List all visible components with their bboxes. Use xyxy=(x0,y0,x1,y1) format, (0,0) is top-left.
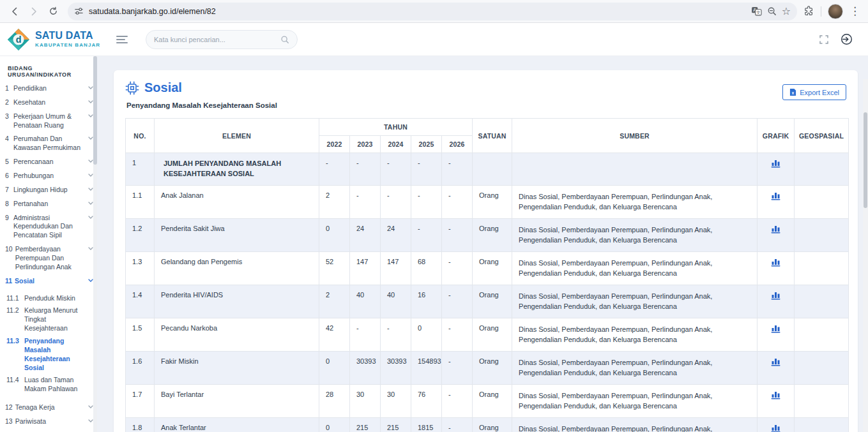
sidebar-item-3[interactable]: 3Pekerjaan Umum & Penataan Ruang xyxy=(0,110,97,133)
sidebar-item-13[interactable]: 13Pariwisata xyxy=(0,415,97,429)
sidebar-item-2[interactable]: 2Kesehatan xyxy=(0,96,97,110)
cell-year-2024[interactable]: 30 xyxy=(381,384,411,417)
fullscreen-icon[interactable] xyxy=(819,34,829,45)
logo-title: SATU DATA xyxy=(35,31,100,41)
sidebar-item-4[interactable]: 4Perumahan Dan Kawasan Permukiman xyxy=(0,132,97,155)
cell-year-2023[interactable]: 147 xyxy=(350,251,381,285)
sidebar-item-number: 7 xyxy=(5,186,11,195)
table-row-1.3: 1.3Gelandang dan Pengemis5214714768-Oran… xyxy=(126,251,849,285)
sidebar-item-6[interactable]: 6Perhubungan xyxy=(0,169,97,183)
cell-no: 1.1 xyxy=(126,185,155,218)
cell-satuan: Orang xyxy=(473,318,512,351)
sidebar-item-14[interactable]: 14Kepemudaan & Olahraga xyxy=(0,429,97,432)
cell-year-2024[interactable]: 40 xyxy=(381,285,411,318)
cell-year-2022: 28 xyxy=(319,384,350,417)
profile-avatar[interactable] xyxy=(828,4,843,19)
browser-forward-button[interactable] xyxy=(26,3,42,20)
search-icon[interactable] xyxy=(280,35,289,44)
sidebar-subitem-11.4[interactable]: 11.4Luas dan Taman Makam Pahlawan xyxy=(0,374,97,396)
cell-year-2025[interactable]: 16 xyxy=(411,285,442,318)
cell-year-2023[interactable]: 30393 xyxy=(350,351,381,384)
cell-year-2022: - xyxy=(319,153,350,186)
cell-year-2025[interactable]: 76 xyxy=(411,384,442,417)
grafik-button[interactable] xyxy=(758,318,795,351)
grafik-button[interactable] xyxy=(758,251,795,285)
cell-year-2024[interactable]: - xyxy=(381,185,411,218)
sidebar-item-label: Lingkungan Hidup xyxy=(13,186,68,195)
cell-year-2024[interactable]: 24 xyxy=(381,218,411,251)
chevron-down-icon xyxy=(88,405,93,408)
bar-chart-icon xyxy=(771,357,780,366)
grafik-button[interactable] xyxy=(758,218,795,251)
cell-year-2024[interactable]: 147 xyxy=(381,251,411,285)
sidebar-item-8[interactable]: 8Pertanahan xyxy=(0,197,97,211)
sidebar-subitem-11.3[interactable]: 11.3Penyandang Masalah Kesejahteraan Sos… xyxy=(0,335,97,374)
cell-elemen: Anak Jalanan xyxy=(155,185,319,218)
grafik-button[interactable] xyxy=(758,153,795,186)
sidebar-toggle-hamburger-icon[interactable] xyxy=(116,36,128,43)
cell-no: 1.8 xyxy=(126,417,155,432)
grafik-button[interactable] xyxy=(758,417,795,432)
search-bar[interactable] xyxy=(146,30,298,49)
cell-year-2023: - xyxy=(350,153,381,186)
cell-year-2023[interactable]: 24 xyxy=(350,218,381,251)
year-header-2022: 2022 xyxy=(319,136,350,153)
sidebar-item-9[interactable]: 9Administrasi Kependudukan Dan Pencatata… xyxy=(0,211,97,243)
table-row-1.1: 1.1Anak Jalanan2----OrangDinas Sosial, P… xyxy=(126,185,849,218)
cell-year-2025[interactable]: 154893 xyxy=(411,351,442,384)
sidebar-item-11[interactable]: 11Sosial xyxy=(0,274,97,288)
cell-elemen: Penderita Sakit Jiwa xyxy=(155,218,319,251)
cell-year-2025[interactable]: 1815 xyxy=(411,417,442,432)
cell-year-2024[interactable]: - xyxy=(381,318,411,351)
translate-icon[interactable]: A文 xyxy=(751,6,762,16)
chevron-down-icon xyxy=(88,419,93,422)
bookmark-star-icon[interactable]: ☆ xyxy=(782,6,791,17)
site-logo[interactable]: d SATU DATA KABUPATEN BANJAR xyxy=(0,27,102,52)
cell-year-2022: 0 xyxy=(319,218,350,251)
chevron-down-icon xyxy=(88,202,93,205)
zoom-out-icon[interactable] xyxy=(767,6,777,16)
site-info-tune-icon[interactable] xyxy=(74,6,84,16)
cell-year-2026: - xyxy=(442,384,473,417)
sidebar-item-12[interactable]: 12Tenaga Kerja xyxy=(0,401,97,415)
cell-year-2024[interactable]: 30393 xyxy=(381,351,411,384)
sidebar-item-7[interactable]: 7Lingkungan Hidup xyxy=(0,183,97,197)
cell-year-2023[interactable]: - xyxy=(350,318,381,351)
logo-subtitle: KABUPATEN BANJAR xyxy=(35,42,100,48)
cell-elemen: Anak Terlantar xyxy=(155,417,319,432)
cell-year-2024[interactable]: 215 xyxy=(381,417,411,432)
page-scrollbar[interactable] xyxy=(863,79,868,432)
sidebar-item-10[interactable]: 10Pemberdayaan Perempuan Dan Perlindunga… xyxy=(0,242,97,274)
sidebar-subitem-11.1[interactable]: 11.1Penduduk Miskin xyxy=(0,292,97,305)
cell-year-2025[interactable]: - xyxy=(411,185,442,218)
cell-year-2023[interactable]: 40 xyxy=(350,285,381,318)
extensions-puzzle-icon[interactable] xyxy=(803,6,814,17)
browser-reload-button[interactable] xyxy=(45,3,61,20)
cell-year-2022: 2 xyxy=(319,185,350,218)
url-text[interactable]: satudata.banjarkab.go.id/elemen/82 xyxy=(89,7,746,16)
cell-sumber: Dinas Sosial, Pemberdayaan Perempuan, Pe… xyxy=(512,218,758,251)
search-input[interactable] xyxy=(154,36,280,43)
browser-back-button[interactable] xyxy=(6,3,23,20)
address-bar[interactable]: satudata.banjarkab.go.id/elemen/82 A文 ☆ xyxy=(68,3,797,20)
grafik-button[interactable] xyxy=(758,185,795,218)
grafik-button[interactable] xyxy=(758,351,795,384)
grafik-button[interactable] xyxy=(758,285,795,318)
table-row-1.5: 1.5Pecandu Narkoba42--0-OrangDinas Sosia… xyxy=(126,318,849,351)
sidebar-item-5[interactable]: 5Perencanaan xyxy=(0,155,97,169)
sidebar-item-1[interactable]: 1Pendidikan xyxy=(0,82,97,96)
login-icon[interactable] xyxy=(841,33,853,45)
cell-year-2025[interactable]: 0 xyxy=(411,318,442,351)
cell-year-2023[interactable]: 30 xyxy=(350,384,381,417)
cell-year-2025[interactable]: 68 xyxy=(411,251,442,285)
cell-elemen: Fakir Miskin xyxy=(155,351,319,384)
grafik-button[interactable] xyxy=(758,384,795,417)
cell-year-2025[interactable]: - xyxy=(411,218,442,251)
sidebar-subitem-11.2[interactable]: 11.2Keluarga Menurut Tingkat Kesejahtera… xyxy=(0,304,97,335)
cell-year-2023[interactable]: 215 xyxy=(350,417,381,432)
browser-menu-icon[interactable]: ⋮ xyxy=(849,6,860,17)
cell-year-2023[interactable]: - xyxy=(350,185,381,218)
table-row-1.2: 1.2Penderita Sakit Jiwa02424--OrangDinas… xyxy=(126,218,849,251)
chevron-down-icon xyxy=(88,160,93,163)
export-excel-button[interactable]: x Export Excel xyxy=(782,84,846,100)
